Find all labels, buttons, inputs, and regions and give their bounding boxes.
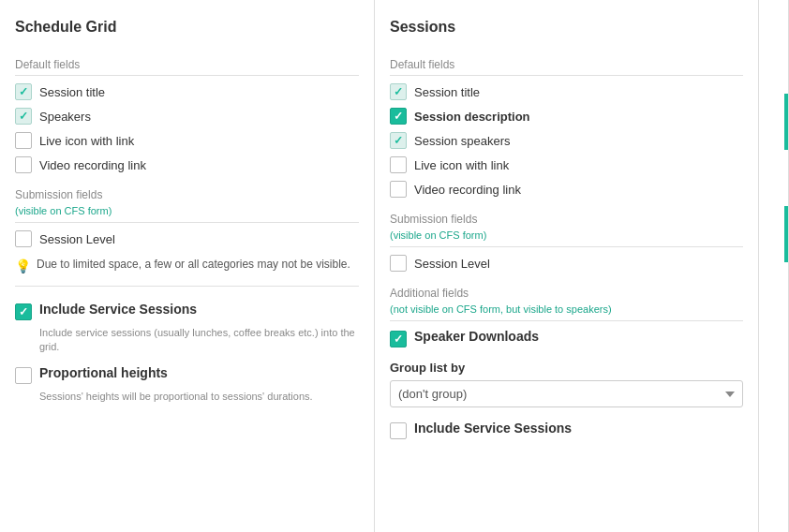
s-include-service-sessions-row: Include Service Sessions — [390, 421, 743, 439]
field-row-live-icon: Live icon with link — [15, 132, 359, 149]
sessions-panel: Sessions Default fields ✓ Session title … — [375, 0, 759, 532]
partial-panel — [759, 0, 789, 532]
s-checkbox-session-title[interactable]: ✓ — [390, 83, 407, 100]
group-list-label: Group list by — [390, 361, 743, 375]
checkbox-speakers[interactable]: ✓ — [15, 108, 32, 125]
include-service-subtext: Include service sessions (usually lunche… — [39, 326, 359, 355]
s-field-row-video-recording: Video recording link — [390, 181, 743, 198]
s-field-row-session-description: ✓ Session description — [390, 108, 743, 125]
divider-3 — [15, 286, 359, 287]
field-row-speakers: ✓ Speakers — [15, 108, 359, 125]
divider-2 — [15, 222, 359, 223]
checkmark: ✓ — [19, 85, 28, 98]
sessions-title: Sessions — [390, 19, 743, 43]
label-session-level: Session Level — [39, 232, 115, 246]
divider-1 — [15, 75, 359, 76]
partial-bar-1 — [784, 94, 788, 150]
s-label-session-speakers: Session speakers — [414, 134, 511, 148]
s-divider-2 — [390, 246, 743, 247]
s-checkbox-session-level[interactable] — [390, 255, 407, 272]
proportional-heights-subtext: Sessions' heights will be proportional t… — [39, 390, 359, 404]
checkbox-proportional-heights[interactable] — [15, 367, 32, 384]
schedule-grid-panel: Schedule Grid Default fields ✓ Session t… — [0, 0, 375, 532]
label-speakers: Speakers — [39, 110, 91, 124]
s-divider-3 — [390, 320, 743, 321]
field-row-video-recording: Video recording link — [15, 156, 359, 173]
s-speaker-downloads-row: ✓ Speaker Downloads — [390, 329, 743, 347]
s-checkbox-session-speakers[interactable]: ✓ — [390, 132, 407, 149]
info-text: Due to limited space, a few or all categ… — [37, 257, 350, 273]
proportional-heights-row: Proportional heights — [15, 365, 359, 384]
field-row-session-level: Session Level — [15, 230, 359, 247]
s-checkbox-live-icon[interactable] — [390, 156, 407, 173]
s-label-session-level: Session Level — [414, 257, 490, 271]
s-label-video-recording: Video recording link — [414, 183, 521, 197]
checkbox-include-service-sessions[interactable]: ✓ — [15, 303, 32, 320]
s-divider-1 — [390, 75, 743, 76]
schedule-submission-fields-sublabel: (visible on CFS form) — [15, 205, 359, 216]
s-checkbox-session-description[interactable]: ✓ — [390, 108, 407, 125]
info-icon: 💡 — [15, 258, 31, 276]
group-list-dropdown[interactable]: (don't group) Session type Track Room Da… — [390, 380, 743, 407]
checkbox-live-icon[interactable] — [15, 132, 32, 149]
label-video-recording: Video recording link — [39, 158, 146, 172]
s-field-row-live-icon: Live icon with link — [390, 156, 743, 173]
sessions-submission-fields-label: Submission fields — [390, 213, 743, 226]
s-checkbox-include-service-sessions[interactable] — [390, 422, 407, 439]
info-block: 💡 Due to limited space, a few or all cat… — [15, 257, 359, 276]
label-live-icon: Live icon with link — [39, 134, 134, 148]
s-checkbox-speaker-downloads[interactable]: ✓ — [390, 331, 407, 347]
sessions-additional-fields-sublabel: (not visible on CFS form, but visible to… — [390, 303, 743, 315]
checkmark: ✓ — [394, 85, 403, 98]
checkbox-video-recording[interactable] — [15, 156, 32, 173]
checkbox-session-level[interactable] — [15, 230, 32, 247]
checkmark-green: ✓ — [19, 305, 28, 318]
sessions-additional-fields-label: Additional fields — [390, 287, 743, 300]
include-service-sessions-row: ✓ Include Service Sessions — [15, 302, 359, 320]
s-label-session-description: Session description — [414, 110, 530, 124]
group-list-section: Group list by (don't group) Session type… — [390, 361, 743, 407]
sessions-default-fields-label: Default fields — [390, 58, 743, 71]
schedule-default-fields-label: Default fields — [15, 58, 359, 71]
schedule-submission-fields-label: Submission fields — [15, 188, 359, 201]
s-label-include-service-sessions: Include Service Sessions — [414, 421, 572, 436]
s-label-live-icon: Live icon with link — [414, 158, 509, 172]
label-proportional-heights: Proportional heights — [39, 365, 168, 380]
sessions-submission-fields-sublabel: (visible on CFS form) — [390, 229, 743, 241]
partial-bar-2 — [784, 206, 788, 262]
checkmark: ✓ — [19, 110, 28, 123]
s-label-speaker-downloads: Speaker Downloads — [414, 329, 539, 344]
s-field-row-session-level: Session Level — [390, 255, 743, 272]
schedule-grid-title: Schedule Grid — [15, 19, 359, 43]
checkbox-session-title[interactable]: ✓ — [15, 83, 32, 100]
checkmark: ✓ — [394, 134, 403, 147]
label-include-service-sessions: Include Service Sessions — [39, 302, 197, 317]
checkmark-green: ✓ — [394, 110, 403, 123]
field-row-session-title: ✓ Session title — [15, 83, 359, 100]
s-checkbox-video-recording[interactable] — [390, 181, 407, 198]
s-field-row-session-speakers: ✓ Session speakers — [390, 132, 743, 149]
checkmark-green: ✓ — [394, 332, 403, 346]
label-session-title: Session title — [39, 85, 105, 99]
s-field-row-session-title: ✓ Session title — [390, 83, 743, 100]
s-label-session-title: Session title — [414, 85, 480, 99]
